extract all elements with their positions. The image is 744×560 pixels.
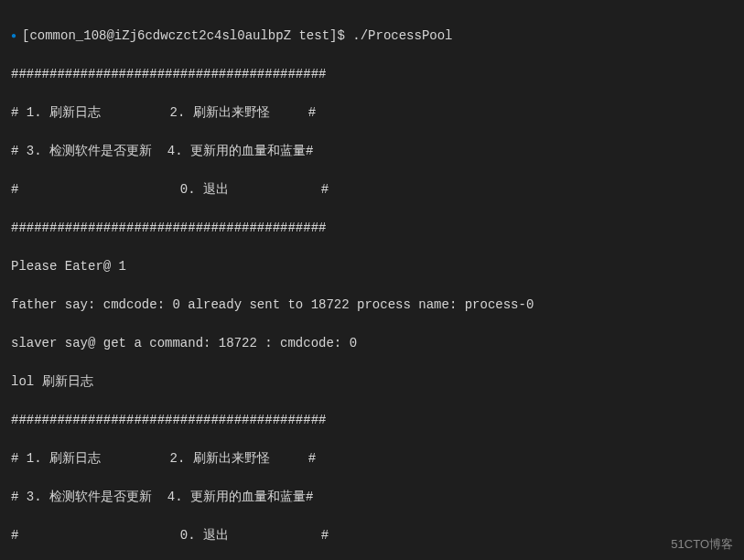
terminal-output[interactable]: ●[common_108@iZj6cdwczct2c4sl0aulbpZ tes…	[11, 7, 733, 560]
menu-option-0: # 0. 退出 #	[11, 180, 733, 199]
prompt-line-1: ●[common_108@iZj6cdwczct2c4sl0aulbpZ tes…	[11, 27, 733, 46]
slaver-output-1: slaver say@ get a command: 18722 : cmdco…	[11, 334, 733, 353]
watermark-text: 51CTO博客	[671, 535, 733, 554]
father-output-1: father say: cmdcode: 0 already sent to 1…	[11, 296, 733, 315]
menu-option-3-4: # 3. 检测软件是否更新 4. 更新用的血量和蓝量#	[11, 142, 733, 161]
prompt-text: [common_108@iZj6cdwczct2c4sl0aulbpZ test…	[22, 27, 452, 46]
lol-output-1: lol 刷新日志	[11, 372, 733, 392]
menu-option-3-4: # 3. 检测软件是否更新 4. 更新用的血量和蓝量#	[11, 488, 733, 507]
menu-divider: ########################################…	[11, 411, 733, 430]
menu-option-0: # 0. 退出 #	[11, 526, 733, 545]
menu-divider: ########################################…	[11, 219, 733, 238]
user-input-1: Please Eater@ 1	[11, 257, 733, 276]
status-dot-icon: ●	[11, 29, 16, 43]
menu-divider: ########################################…	[11, 65, 733, 84]
menu-option-1-2: # 1. 刷新日志 2. 刷新出来野怪 #	[11, 103, 733, 123]
menu-option-1-2: # 1. 刷新日志 2. 刷新出来野怪 #	[11, 449, 733, 468]
